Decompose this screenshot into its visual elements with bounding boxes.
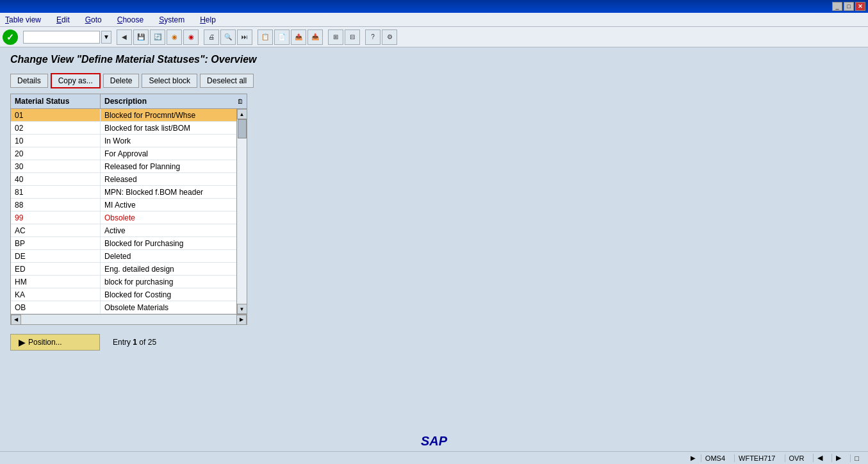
deselect-all-button[interactable]: Deselect all [200, 74, 254, 88]
entry-count-text: Entry 1 of 25 [113, 338, 156, 347]
vertical-scrollbar[interactable]: ▲ ▼ [236, 109, 247, 314]
layout1-btn[interactable]: ⊞ [328, 29, 343, 45]
status-cell: DE [11, 250, 101, 262]
minimize-button[interactable]: _ [832, 2, 842, 11]
table-row[interactable]: KABlocked for Costing [11, 288, 236, 301]
scroll-thumb[interactable] [238, 119, 247, 138]
menu-goto[interactable]: Goto [83, 14, 104, 26]
status-cell: 02 [11, 122, 101, 134]
scroll-right-btn[interactable]: ▶ [236, 315, 247, 325]
tb8[interactable]: 📄 [274, 29, 290, 45]
material-status-table: Material Status Description 🗓 01Blocked … [10, 94, 247, 325]
delete-button[interactable]: Delete [103, 74, 140, 88]
table-row[interactable]: 10In Work [11, 135, 236, 147]
description-cell: Released for Planning [101, 160, 236, 172]
tb9[interactable]: 📤 [291, 29, 306, 45]
table-row[interactable]: ACActive [11, 224, 236, 237]
close-button[interactable]: ✕ [855, 2, 865, 11]
status-cell: 99 [11, 211, 101, 224]
menu-choose[interactable]: Choose [115, 14, 146, 26]
copy-as-button[interactable]: Copy as... [51, 73, 101, 88]
position-button[interactable]: ▶ Position... [10, 334, 100, 351]
description-cell: Obsolete Materials [101, 301, 236, 313]
table-row[interactable]: EDEng. detailed design [11, 263, 236, 276]
status-cell: 30 [11, 160, 101, 172]
details-button[interactable]: Details [10, 74, 48, 88]
table-row[interactable]: BPBlocked for Purchasing [11, 237, 236, 250]
description-cell: For Approval [101, 147, 236, 160]
menu-edit[interactable]: Edit [54, 14, 72, 26]
page-title: Change View "Define Material Statuses": … [10, 54, 858, 65]
description-cell: Blocked for Costing [101, 288, 236, 301]
select-block-button[interactable]: Select block [142, 74, 197, 88]
tb7[interactable]: 📋 [258, 29, 273, 45]
table-row[interactable]: HMblock for purchasing [11, 276, 236, 288]
menu-system[interactable]: System [156, 14, 187, 26]
status-cell: ED [11, 263, 101, 275]
scroll-track [238, 119, 247, 304]
table-row[interactable]: 81MPN: Blocked f.BOM header [11, 186, 236, 199]
table-row[interactable]: 99Obsolete [11, 211, 236, 224]
expand-icon[interactable]: □ [850, 454, 863, 462]
table-rows: 01Blocked for Procmnt/Whse02Blocked for … [11, 109, 236, 314]
table-row[interactable]: 30Released for Planning [11, 160, 236, 173]
position-area: ▶ Position... Entry 1 of 25 [0, 325, 868, 360]
toolbar: ✓ ▼ ◀ 💾 🔄 ◉ ◉ 🖨 🔍 ⏭ 📋 📄 📤 📥 ⊞ ⊟ ? ⚙ [0, 27, 868, 47]
position-icon: ▶ [19, 337, 26, 347]
description-cell: Blocked for Procmnt/Whse [101, 109, 236, 121]
restore-button[interactable]: □ [844, 2, 854, 11]
status-cell: 88 [11, 199, 101, 211]
sap-logo-text: SAP [421, 434, 447, 448]
nav-forward-icon[interactable]: ▶ [691, 454, 696, 461]
nav1-btn[interactable]: 🔄 [150, 29, 165, 45]
find-btn[interactable]: 🔍 [220, 29, 236, 45]
col-material-status-header: Material Status [11, 94, 101, 108]
description-cell: Active [101, 224, 236, 236]
scroll-down-btn[interactable]: ▼ [237, 304, 247, 314]
back-btn[interactable]: ◀ [117, 29, 132, 45]
status-cell: 20 [11, 147, 101, 160]
status-cell: AC [11, 224, 101, 236]
table-row[interactable]: 88MI Active [11, 199, 236, 211]
save-btn[interactable]: 💾 [133, 29, 149, 45]
window-controls[interactable]: _ □ ✕ [832, 2, 865, 11]
table-row[interactable]: 40Released [11, 173, 236, 186]
table-header: Material Status Description 🗓 [11, 94, 247, 109]
help-btn[interactable]: ? [365, 29, 381, 45]
tb10[interactable]: 📥 [307, 29, 323, 45]
scroll-up-btn[interactable]: ▲ [237, 109, 247, 119]
nav2-btn[interactable]: ◉ [167, 29, 182, 45]
horizontal-scrollbar[interactable]: ◀ ▶ [11, 314, 247, 324]
description-cell: Blocked for task list/BOM [101, 122, 236, 134]
status-bar: ▶ OMS4 WFTEH717 OVR ◀ ▶ □ [0, 451, 868, 464]
status-cell: OB [11, 301, 101, 313]
edit-mode: OVR [785, 454, 808, 462]
scroll-status-1[interactable]: ◀ [813, 454, 826, 462]
scroll-left-btn[interactable]: ◀ [11, 315, 21, 325]
findnext-btn[interactable]: ⏭ [237, 29, 252, 45]
confirm-button[interactable]: ✓ [3, 29, 18, 45]
print-btn[interactable]: 🖨 [204, 29, 219, 45]
layout2-btn[interactable]: ⊟ [345, 29, 360, 45]
nav3-btn[interactable]: ◉ [183, 29, 199, 45]
col-icon-header: 🗓 [234, 94, 247, 108]
customize-btn[interactable]: ⚙ [382, 29, 397, 45]
table-row[interactable]: 20For Approval [11, 147, 236, 160]
menu-help[interactable]: Help [197, 14, 218, 26]
table-row[interactable]: 02Blocked for task list/BOM [11, 122, 236, 135]
menu-table-view[interactable]: Table view [3, 14, 44, 26]
col-description-header: Description [101, 94, 234, 108]
command-dropdown[interactable]: ▼ [101, 31, 111, 44]
command-field[interactable] [23, 31, 100, 44]
table-row[interactable]: DEDeleted [11, 250, 236, 263]
description-cell: Blocked for Purchasing [101, 237, 236, 249]
title-bar: _ □ ✕ [0, 0, 868, 13]
table-row[interactable]: OBObsolete Materials [11, 301, 236, 314]
table-scroll-area: 01Blocked for Procmnt/Whse02Blocked for … [11, 109, 247, 314]
page-heading: Change View "Define Material Statuses": … [0, 47, 868, 70]
menu-bar: Table view Edit Goto Choose System Help [0, 13, 868, 27]
status-cell: BP [11, 237, 101, 249]
username: WFTEH717 [734, 454, 779, 462]
table-row[interactable]: 01Blocked for Procmnt/Whse [11, 109, 236, 122]
scroll-status-2[interactable]: ▶ [831, 454, 845, 462]
